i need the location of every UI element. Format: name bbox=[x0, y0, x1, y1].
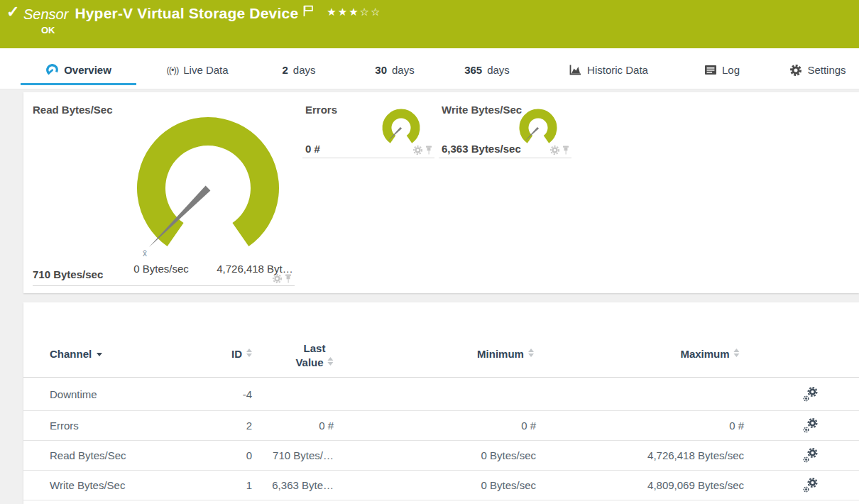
channel-id: 0 bbox=[227, 449, 252, 461]
tab-label: days bbox=[392, 64, 415, 76]
gear-icon bbox=[414, 146, 422, 154]
channels-table-panel: Channel ID Last Value Minimum Maximum Do… bbox=[23, 302, 859, 504]
sort-icon bbox=[734, 349, 740, 357]
channel-settings-gears-icon[interactable] bbox=[803, 386, 818, 402]
gauge-gear-pin-icons[interactable] bbox=[272, 273, 293, 284]
table-row-write-bytes[interactable]: Write Bytes/Sec 1 6,363 Byte… 0 Bytes/se… bbox=[23, 471, 859, 500]
status-check-icon: ✓ bbox=[6, 3, 19, 21]
object-kind-label: Sensor bbox=[23, 4, 68, 23]
channel-settings-gears-icon[interactable] bbox=[803, 417, 818, 434]
maximum-value: 0 # bbox=[536, 420, 744, 432]
content-area: Read Bytes/Sec x̄ 0 Bytes/sec 4,726,418 … bbox=[0, 89, 859, 504]
channel-id: 1 bbox=[227, 479, 252, 491]
column-header-id[interactable]: ID bbox=[23, 348, 252, 360]
channel-id: -4 bbox=[227, 388, 252, 400]
gauge-title: Read Bytes/Sec bbox=[33, 104, 113, 116]
gauge-gear-pin-icons[interactable] bbox=[549, 145, 571, 155]
last-value: 0 # bbox=[252, 420, 334, 432]
minimum-value: 0 Bytes/sec bbox=[334, 479, 536, 491]
tab-30-days[interactable]: 30 days bbox=[359, 48, 430, 89]
gauge-current-value: 0 # bbox=[305, 143, 320, 155]
tab-2-days[interactable]: 2 days bbox=[263, 48, 334, 89]
last-value: 6,363 Byte… bbox=[252, 479, 334, 491]
errors-gauge[interactable] bbox=[378, 108, 424, 150]
gauge-icon bbox=[45, 63, 59, 77]
favorite-flag-icon[interactable] bbox=[302, 5, 314, 18]
sensor-title-row: Sensor Hyper-V Virtual Storage Device ★★… bbox=[23, 4, 382, 23]
live-data-icon: ((•)) bbox=[166, 65, 178, 75]
sort-icon bbox=[246, 349, 252, 357]
channel-name[interactable]: Write Bytes/Sec bbox=[50, 479, 227, 491]
panel-divider bbox=[439, 158, 571, 158]
sort-icon bbox=[528, 349, 534, 357]
gauge-gear-pin-icons[interactable] bbox=[412, 145, 434, 155]
last-value: 710 Bytes/… bbox=[252, 449, 334, 461]
gear-icon bbox=[273, 275, 281, 283]
gauge-title: Errors bbox=[305, 104, 337, 116]
pin-icon bbox=[285, 275, 291, 283]
channel-name[interactable]: Errors bbox=[50, 420, 227, 432]
tab-label: Overview bbox=[64, 64, 111, 76]
column-header-maximum[interactable]: Maximum bbox=[680, 348, 739, 360]
page-title: Hyper-V Virtual Storage Device bbox=[75, 4, 298, 22]
priority-stars[interactable]: ★★★☆☆ bbox=[327, 4, 381, 18]
tab-label: Log bbox=[722, 64, 740, 76]
panel-divider bbox=[302, 158, 434, 158]
channel-name[interactable]: Downtime bbox=[50, 388, 227, 400]
gear-icon bbox=[551, 146, 559, 154]
tab-overview[interactable]: Overview bbox=[21, 48, 136, 89]
tab-365-days[interactable]: 365 days bbox=[452, 48, 522, 89]
tab-historic-data[interactable]: Historic Data bbox=[554, 48, 662, 89]
channel-id: 2 bbox=[227, 420, 252, 432]
read-gauge[interactable] bbox=[123, 103, 293, 273]
gauge-current-value: 6,363 Bytes/sec bbox=[442, 143, 521, 155]
write-gauge[interactable] bbox=[515, 108, 561, 150]
tab-bar: Overview ((•)) Live Data 2 days 30 days … bbox=[0, 48, 859, 89]
channel-settings-gears-icon[interactable] bbox=[803, 477, 818, 493]
tab-log[interactable]: Log bbox=[683, 48, 761, 89]
area-chart-icon bbox=[569, 64, 582, 76]
gauge-current-value: 710 Bytes/sec bbox=[33, 268, 103, 280]
panel-divider bbox=[33, 285, 295, 286]
tab-label: days bbox=[487, 64, 510, 76]
log-list-icon bbox=[704, 65, 717, 75]
channel-name[interactable]: Read Bytes/Sec bbox=[50, 449, 227, 461]
column-header-minimum[interactable]: Minimum bbox=[477, 348, 534, 360]
table-row-read-bytes[interactable]: Read Bytes/Sec 0 710 Bytes/… 0 Bytes/sec… bbox=[23, 441, 859, 471]
pin-icon bbox=[563, 146, 569, 155]
tab-label: Live Data bbox=[183, 64, 228, 76]
tab-label: Settings bbox=[807, 64, 846, 76]
maximum-value: 4,726,418 Bytes/sec bbox=[536, 449, 744, 461]
pin-icon bbox=[426, 146, 432, 155]
mean-marker: x̄ bbox=[143, 248, 147, 258]
table-body: Downtime -4 Errors 2 0 # 0 bbox=[23, 378, 859, 500]
tab-live-data[interactable]: ((•)) Live Data bbox=[151, 48, 244, 89]
sensor-header: ✓ Sensor Hyper-V Virtual Storage Device … bbox=[0, 0, 859, 48]
tab-label: days bbox=[293, 64, 316, 76]
tab-settings[interactable]: Settings bbox=[779, 48, 857, 89]
table-row-errors[interactable]: Errors 2 0 # 0 # 0 # bbox=[23, 411, 859, 441]
minimum-value: 0 Bytes/sec bbox=[334, 449, 536, 461]
gauge-title: Write Bytes/Sec bbox=[442, 104, 522, 116]
tab-label: Historic Data bbox=[587, 64, 648, 76]
gear-icon bbox=[789, 64, 802, 77]
table-header: Channel ID Last Value Minimum Maximum bbox=[23, 302, 859, 378]
status-badge: OK bbox=[41, 25, 55, 35]
minimum-value: 0 # bbox=[334, 420, 536, 432]
table-row-downtime[interactable]: Downtime -4 bbox=[23, 378, 859, 411]
channel-settings-gears-icon[interactable] bbox=[803, 447, 818, 464]
gauges-panel: Read Bytes/Sec x̄ 0 Bytes/sec 4,726,418 … bbox=[23, 92, 859, 293]
column-header-last-value[interactable]: Last Value bbox=[295, 341, 333, 370]
maximum-value: 4,809,069 Bytes/sec bbox=[536, 479, 744, 491]
gauge-min-label: 0 Bytes/sec bbox=[133, 263, 189, 275]
sort-icon bbox=[328, 357, 334, 366]
